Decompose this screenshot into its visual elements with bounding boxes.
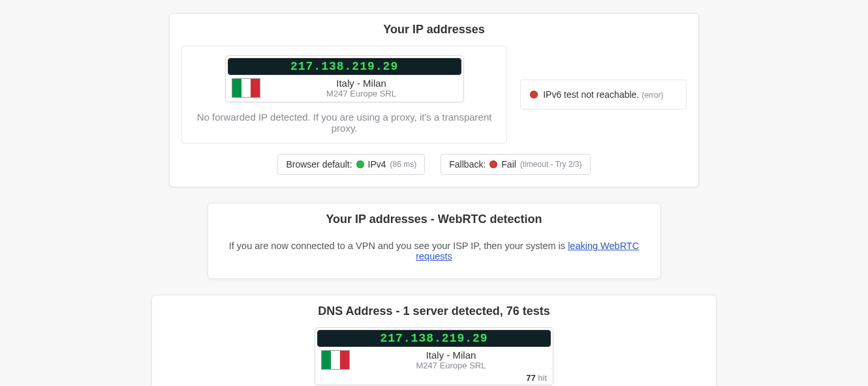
dns-location-row: Italy - Milan M247 Europe SRL bbox=[317, 347, 551, 372]
fallback-label: Fallback: bbox=[449, 159, 486, 170]
ipv6-status-text: IPv6 test not reachable. (error) bbox=[543, 89, 663, 100]
browser-default-pill: Browser default: IPv4 (86 ms) bbox=[277, 154, 425, 175]
italy-flag-icon bbox=[321, 350, 350, 370]
dns-result-box: 217.138.219.29 Italy - Milan M247 Europe… bbox=[315, 327, 553, 385]
browser-default-value: IPv4 bbox=[368, 159, 386, 170]
browser-default-meta: (86 ms) bbox=[390, 160, 417, 169]
ipv4-panel: 217.138.219.29 Italy - Milan M247 Europe… bbox=[181, 46, 507, 143]
ipv4-address-display: 217.138.219.29 bbox=[228, 58, 461, 75]
ipv4-location-row: Italy - Milan M247 Europe SRL bbox=[228, 75, 461, 100]
browser-default-label: Browser default: bbox=[286, 159, 352, 170]
status-dot-ok-icon bbox=[356, 160, 364, 168]
ipv4-location-text: Italy - Milan M247 Europe SRL bbox=[266, 78, 457, 98]
dns-hit-label: hit bbox=[538, 373, 547, 383]
italy-flag-icon bbox=[232, 78, 260, 98]
webrtc-description: If you are now connected to a VPN and yo… bbox=[220, 241, 649, 261]
proxy-note: No forwarded IP detected. If you are usi… bbox=[190, 111, 499, 134]
dns-box-wrap: 217.138.219.29 Italy - Milan M247 Europe… bbox=[164, 327, 704, 385]
webrtc-title: Your IP addresses - WebRTC detection bbox=[220, 213, 649, 226]
fallback-pill: Fallback: Fail (timeout - Try 2/3) bbox=[441, 154, 590, 175]
dns-title: DNS Address - 1 server detected, 76 test… bbox=[164, 304, 704, 318]
fallback-value: Fail bbox=[501, 159, 516, 170]
ipv6-status-main: IPv6 test not reachable. bbox=[543, 89, 639, 100]
ip-top-row: 217.138.219.29 Italy - Milan M247 Europe… bbox=[181, 46, 687, 143]
ip-addresses-title: Your IP addresses bbox=[181, 23, 687, 37]
ipv4-isp-name: M247 Europe SRL bbox=[266, 89, 457, 98]
ip-addresses-card: Your IP addresses 217.138.219.29 Italy -… bbox=[169, 13, 699, 187]
ipv6-panel: IPv6 test not reachable. (error) bbox=[520, 80, 687, 110]
ipv6-status-meta: (error) bbox=[642, 91, 663, 100]
ipv4-location-name: Italy - Milan bbox=[266, 78, 457, 89]
dns-isp-name: M247 Europe SRL bbox=[355, 361, 547, 370]
dns-location-text: Italy - Milan M247 Europe SRL bbox=[355, 349, 547, 370]
dns-address-display: 217.138.219.29 bbox=[317, 330, 551, 347]
ipv4-result-box: 217.138.219.29 Italy - Milan M247 Europe… bbox=[225, 55, 464, 102]
dns-card: DNS Address - 1 server detected, 76 test… bbox=[151, 295, 717, 386]
dns-hit-count: 77 hit bbox=[317, 372, 551, 383]
dns-location-name: Italy - Milan bbox=[355, 349, 547, 361]
webrtc-card: Your IP addresses - WebRTC detection If … bbox=[208, 203, 661, 279]
fallback-meta: (timeout - Try 2/3) bbox=[520, 160, 582, 169]
connectivity-pills-row: Browser default: IPv4 (86 ms) Fallback: … bbox=[181, 154, 687, 175]
status-dot-error-icon bbox=[489, 160, 497, 168]
status-dot-error-icon bbox=[530, 91, 538, 98]
dns-hit-number: 77 bbox=[526, 373, 535, 383]
webrtc-desc-text: If you are now connected to a VPN and yo… bbox=[229, 241, 568, 251]
